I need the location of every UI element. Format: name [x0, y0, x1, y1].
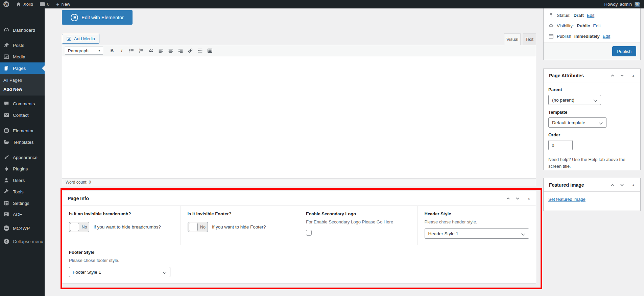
- move-up-icon[interactable]: [610, 182, 616, 188]
- svg-text:3: 3: [139, 51, 140, 53]
- edit-visibility-link[interactable]: Edit: [593, 23, 600, 28]
- order-input[interactable]: [548, 140, 573, 150]
- submenu-all-pages[interactable]: All Pages: [0, 76, 45, 85]
- word-count-value: 0: [89, 180, 91, 185]
- footer-style-select[interactable]: Footer Style 1: [69, 267, 170, 277]
- align-center-button[interactable]: [166, 47, 175, 55]
- sidebar-item-contact[interactable]: Contact: [0, 109, 45, 121]
- sidebar-item-label: Dashboard: [13, 28, 35, 33]
- numbered-list-icon: 123: [138, 48, 144, 54]
- publish-button[interactable]: Publish: [612, 46, 636, 56]
- editor-status-bar: Word count: 0: [62, 178, 536, 186]
- home-icon: [16, 2, 21, 7]
- insert-link-button[interactable]: [186, 47, 195, 55]
- sidebar-item-label: Settings: [13, 201, 29, 206]
- sidebar-item-media[interactable]: Media: [0, 51, 45, 62]
- brush-icon: [3, 154, 10, 161]
- edit-with-elementor-button[interactable]: Edit with Elementor: [62, 10, 133, 25]
- wp-logo-menu[interactable]: W: [0, 0, 13, 8]
- visibility-label: Visibility:: [557, 23, 574, 28]
- sidebar-item-settings[interactable]: Settings: [0, 197, 45, 209]
- sidebar-item-elementor[interactable]: Elementor: [0, 125, 45, 136]
- sidebar-item-mc4wp[interactable]: MC4WP: [0, 222, 45, 234]
- page-attributes-help-text: Need help? Use the Help tab above the sc…: [548, 156, 631, 170]
- move-up-icon[interactable]: [505, 195, 511, 201]
- add-media-button[interactable]: Add Media: [62, 34, 99, 44]
- bullet-list-button[interactable]: [127, 47, 136, 55]
- toggle-knob: [189, 223, 198, 231]
- account-menu[interactable]: Howdy, admin: [604, 2, 644, 7]
- toolbar-toggle-button[interactable]: [206, 47, 214, 55]
- publish-actions-footer: Publish: [544, 43, 640, 60]
- sidebar-item-label: Media: [13, 54, 25, 59]
- italic-button[interactable]: I: [117, 47, 126, 55]
- comments-menu[interactable]: 0: [37, 0, 53, 8]
- secondary-logo-checkbox[interactable]: [306, 230, 312, 236]
- page-info-row-1: Is it an invisible breadcrumb? No if you…: [62, 206, 536, 245]
- collapse-panel-icon[interactable]: ▲: [527, 197, 530, 200]
- align-right-button[interactable]: [176, 47, 185, 55]
- sidebar-item-acf[interactable]: ACF: [0, 209, 45, 220]
- move-down-icon[interactable]: [515, 195, 521, 201]
- secondary-logo-help-text: For Enable Secondary Logo Please Go Here: [306, 219, 411, 224]
- add-media-label: Add Media: [74, 36, 95, 41]
- sidebar-item-appearance[interactable]: Appearance: [0, 152, 45, 163]
- breadcrumb-field: Is it an invisible breadcrumb? No if you…: [62, 206, 181, 245]
- new-content-menu[interactable]: + New: [53, 0, 73, 8]
- toggle-knob: [70, 223, 79, 231]
- numbered-list-button[interactable]: 123: [137, 47, 146, 55]
- collapse-panel-icon[interactable]: ▲: [632, 74, 635, 77]
- sidebar-item-plugins[interactable]: Plugins: [0, 163, 45, 174]
- align-left-button[interactable]: [157, 47, 165, 55]
- sidebar-item-templates[interactable]: Templates: [0, 136, 45, 148]
- howdy-label: Howdy, admin: [604, 2, 632, 7]
- bold-button[interactable]: B: [108, 47, 116, 55]
- sidebar-item-pages[interactable]: Pages: [0, 62, 45, 74]
- breadcrumb-field-label: Is it an invisible breadcrumb?: [69, 211, 174, 216]
- sidebar-item-label: MC4WP: [13, 226, 30, 231]
- sidebar-item-tools[interactable]: Tools: [0, 186, 45, 197]
- toggle-state-label: No: [80, 225, 89, 230]
- collapse-panel-icon[interactable]: ▲: [632, 183, 635, 187]
- footer-visibility-toggle[interactable]: No: [188, 222, 208, 232]
- sidebar-item-posts[interactable]: Posts: [0, 39, 45, 51]
- move-down-icon[interactable]: [619, 73, 625, 79]
- edit-status-link[interactable]: Edit: [587, 13, 594, 18]
- page-info-metabox: Page Info ▲ Is it an invisible breadcrum…: [62, 191, 536, 284]
- header-style-select[interactable]: Header Style 1: [425, 228, 529, 239]
- tab-text[interactable]: Text: [523, 33, 536, 45]
- featured-image-title: Featured image: [549, 182, 584, 188]
- schedule-row: Publish immediately Edit: [544, 31, 640, 41]
- site-name-menu[interactable]: Xolio: [13, 0, 37, 8]
- bullet-list-icon: [128, 48, 135, 54]
- sidebar-item-users[interactable]: Users: [0, 174, 45, 186]
- collapse-menu-button[interactable]: Collapse menu: [0, 236, 45, 247]
- template-select[interactable]: Default template: [548, 117, 606, 128]
- wrench-icon: [3, 188, 10, 195]
- paragraph-format-select[interactable]: Paragraph ▾: [65, 47, 103, 55]
- sidebar-item-comments[interactable]: Comments: [0, 98, 45, 109]
- set-featured-image-link[interactable]: Set featured image: [548, 197, 586, 202]
- read-more-tag-button[interactable]: [196, 47, 205, 55]
- elementor-button-label: Edit with Elementor: [81, 15, 124, 20]
- user-avatar: [635, 2, 640, 7]
- edit-schedule-link[interactable]: Edit: [603, 34, 610, 39]
- parent-select[interactable]: (no parent): [548, 95, 601, 105]
- parent-select-value: (no parent): [552, 98, 574, 103]
- tab-visual[interactable]: Visual: [504, 33, 521, 45]
- editor-text-area[interactable]: [62, 56, 536, 178]
- elementor-logo-icon: [71, 14, 78, 21]
- blockquote-button[interactable]: [147, 47, 156, 55]
- sidebar-item-dashboard[interactable]: Dashboard: [0, 24, 45, 36]
- collapse-menu-label: Collapse menu: [13, 239, 43, 244]
- sidebar-item-label: Elementor: [13, 128, 34, 133]
- submenu-add-new[interactable]: Add New: [0, 85, 45, 94]
- move-up-icon[interactable]: [610, 73, 616, 79]
- move-down-icon[interactable]: [619, 182, 625, 188]
- breadcrumb-toggle[interactable]: No: [69, 222, 89, 232]
- comment-bubble-icon: [40, 2, 45, 6]
- featured-image-header: Featured image ▲: [544, 178, 640, 192]
- more-tag-icon: [197, 48, 203, 54]
- blockquote-icon: [148, 48, 154, 54]
- sidebar-item-label: Appearance: [13, 155, 38, 160]
